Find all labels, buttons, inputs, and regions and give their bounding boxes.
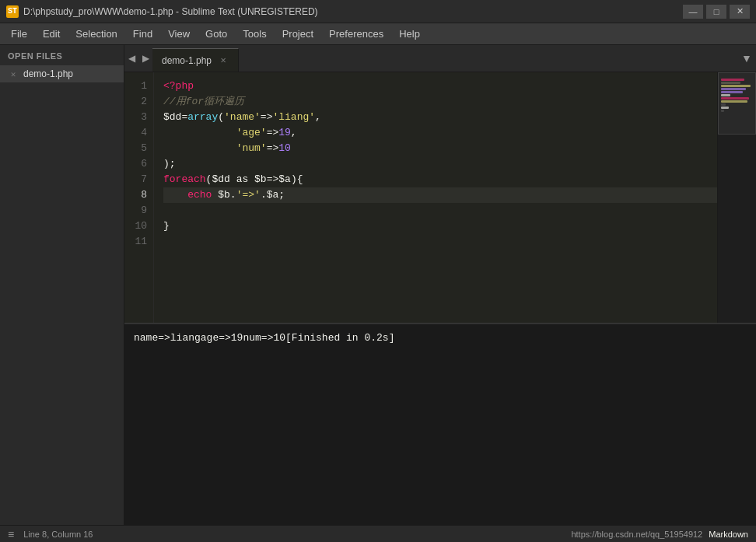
mini-line-1 <box>721 79 744 81</box>
code-content[interactable]: <?php //用for循环遍历 $dd=array('name'=>'lian… <box>154 72 717 323</box>
line-num-10: 10 <box>124 219 153 234</box>
menu-bar: File Edit Selection Find View Goto Tools… <box>0 23 756 45</box>
status-icon: ≡ <box>8 528 14 540</box>
code-line-11 <box>163 234 717 250</box>
status-left: ≡ Line 8, Column 16 <box>8 528 93 540</box>
mini-line-11 <box>721 110 724 112</box>
line-numbers: 1 2 3 4 5 6 7 8 9 10 11 <box>124 72 154 323</box>
mini-line-7 <box>721 97 749 100</box>
menu-edit[interactable]: Edit <box>35 25 68 43</box>
mini-line-9 <box>721 103 726 106</box>
window-controls: — □ ✕ <box>683 5 750 19</box>
line-num-5: 5 <box>124 141 153 156</box>
mini-line-6 <box>721 94 730 96</box>
mini-line-5 <box>721 91 743 93</box>
sidebar-filename: demo-1.php <box>23 68 73 79</box>
tab-nav-right[interactable]: ▶ <box>138 45 152 72</box>
line-num-9: 9 <box>124 203 153 219</box>
code-line-1: <?php <box>163 79 717 94</box>
status-mode: Markdown <box>709 530 748 539</box>
tab-label: demo-1.php <box>162 55 212 66</box>
menu-view[interactable]: View <box>160 25 198 43</box>
menu-file[interactable]: File <box>3 25 35 43</box>
main-content: OPEN FILES ✕ demo-1.php ◀ ▶ demo-1.php ✕… <box>0 45 756 525</box>
status-right: https://blog.csdn.net/qq_51954912 Markdo… <box>571 530 748 539</box>
code-line-7: foreach($dd as $b=>$a){ <box>163 172 717 187</box>
sidebar: OPEN FILES ✕ demo-1.php <box>0 45 124 525</box>
menu-help[interactable]: Help <box>391 25 428 43</box>
sidebar-file-close[interactable]: ✕ <box>8 68 19 79</box>
output-text: name=>liangage=>19num=>10[Finished in 0.… <box>134 330 747 346</box>
line-num-4: 4 <box>124 125 153 141</box>
close-button[interactable]: ✕ <box>730 5 750 19</box>
maximize-button[interactable]: □ <box>706 5 726 19</box>
mini-line-4 <box>721 88 746 90</box>
tab-demo1[interactable]: demo-1.php ✕ <box>152 48 239 72</box>
title-bar: ST D:\phpstudy_pro\WWW\demo-1.php - Subl… <box>0 0 756 23</box>
title-left: ST D:\phpstudy_pro\WWW\demo-1.php - Subl… <box>6 5 318 18</box>
menu-find[interactable]: Find <box>125 25 160 43</box>
tab-nav-left[interactable]: ◀ <box>124 45 138 72</box>
menu-tools[interactable]: Tools <box>235 25 274 43</box>
sidebar-header: OPEN FILES <box>0 45 124 65</box>
menu-preferences[interactable]: Preferences <box>321 25 391 43</box>
mini-line-10 <box>721 107 729 109</box>
line-num-3: 3 <box>124 110 153 125</box>
tab-close[interactable]: ✕ <box>218 55 229 66</box>
mini-line-8 <box>721 100 747 103</box>
code-editor[interactable]: 1 2 3 4 5 6 7 8 9 10 11 <?php //用for循环遍历… <box>124 72 756 323</box>
code-line-2: //用for循环遍历 <box>163 94 717 110</box>
minimap <box>717 72 756 323</box>
line-num-6: 6 <box>124 156 153 172</box>
mini-line-3 <box>721 85 751 87</box>
code-line-10: } <box>163 219 717 234</box>
minimap-content <box>718 72 756 119</box>
mini-line-2 <box>721 82 740 84</box>
code-line-4: 'age'=>19, <box>163 125 717 141</box>
code-line-9 <box>163 203 717 219</box>
line-num-7: 7 <box>124 172 153 187</box>
line-num-2: 2 <box>124 94 153 110</box>
code-line-5: 'num'=>10 <box>163 141 717 156</box>
tab-dropdown[interactable]: ▼ <box>737 45 756 72</box>
editor-area: ◀ ▶ demo-1.php ✕ ▼ 1 2 3 4 5 6 7 <box>124 45 756 525</box>
menu-goto[interactable]: Goto <box>198 25 235 43</box>
status-url: https://blog.csdn.net/qq_51954912 <box>571 530 702 539</box>
line-num-11: 11 <box>124 234 153 250</box>
status-position: Line 8, Column 16 <box>23 530 93 539</box>
minimize-button[interactable]: — <box>683 5 703 19</box>
menu-selection[interactable]: Selection <box>68 25 124 43</box>
output-panel[interactable]: name=>liangage=>19num=>10[Finished in 0.… <box>124 323 756 525</box>
menu-project[interactable]: Project <box>275 25 321 43</box>
code-line-6: ); <box>163 156 717 172</box>
tab-bar: ◀ ▶ demo-1.php ✕ ▼ <box>124 45 756 72</box>
code-line-8: echo $b.'=>'.$a; <box>163 187 717 203</box>
sidebar-file-demo1[interactable]: ✕ demo-1.php <box>0 65 124 82</box>
line-num-8: 8 <box>124 187 153 203</box>
window-title: D:\phpstudy_pro\WWW\demo-1.php - Sublime… <box>23 6 318 17</box>
code-line-3: $dd=array('name'=>'liang', <box>163 110 717 125</box>
line-num-1: 1 <box>124 79 153 94</box>
app-icon: ST <box>6 5 19 18</box>
status-bar: ≡ Line 8, Column 16 https://blog.csdn.ne… <box>0 525 756 542</box>
